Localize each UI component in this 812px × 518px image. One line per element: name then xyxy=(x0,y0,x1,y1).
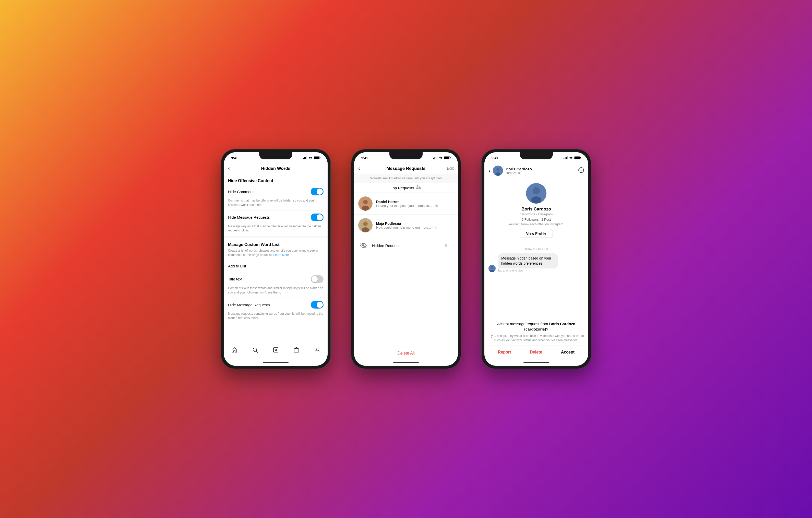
wifi-icon-2 xyxy=(439,156,443,160)
add-to-list-label: Add to List xyxy=(228,264,246,268)
time-2: 9:41 xyxy=(361,156,368,160)
hide-comments-desc: Comments that may be offensive will be h… xyxy=(224,198,328,210)
svg-point-28 xyxy=(363,200,368,204)
svg-point-26 xyxy=(418,188,419,189)
boris-avatar-small xyxy=(493,166,503,176)
back-button-2[interactable]: ‹ xyxy=(358,165,360,172)
svg-rect-15 xyxy=(435,157,435,160)
avatar-maja xyxy=(358,218,373,232)
hidden-requests-row[interactable]: Hidden Requests 6 › xyxy=(354,236,458,255)
hidden-message-bubble[interactable]: Message hidden based on your hidden word… xyxy=(498,253,558,268)
maja-preview: Hey, could you help me to get more... · … xyxy=(376,226,454,229)
hidden-message-wrap: Message hidden based on your hidden word… xyxy=(489,253,584,272)
search-nav-icon[interactable] xyxy=(252,347,258,354)
svg-rect-35 xyxy=(563,158,564,160)
phone1: 9:41 ‹ Hidden Words Hide Offensive Conte… xyxy=(221,149,331,369)
svg-rect-3 xyxy=(307,156,308,160)
notice-bar: Requests aren't marked as seen until you… xyxy=(354,174,458,183)
hidden-words-scroll: Hide Offensive Content Hide Comments Com… xyxy=(224,174,328,344)
battery-icon-3 xyxy=(574,156,581,160)
sender-avatar-msg xyxy=(489,265,496,272)
view-profile-button[interactable]: View Profile xyxy=(520,229,553,238)
edit-button[interactable]: Edit xyxy=(446,166,454,171)
hidden-requests-label: Hidden Requests xyxy=(372,243,441,248)
svg-point-13 xyxy=(316,348,318,350)
daniel-time: · 2h xyxy=(433,204,438,208)
section-divider xyxy=(224,236,328,238)
svg-rect-40 xyxy=(575,157,580,159)
phone2: 9:41 ‹ Message Requests Edit Requests ar… xyxy=(351,149,461,369)
notch-3 xyxy=(520,152,553,160)
status-bar-2: 9:41 xyxy=(354,152,458,164)
back-button-1[interactable]: ‹ xyxy=(228,165,230,172)
wifi-icon-3 xyxy=(569,156,573,160)
maja-name: Maja Podlesna xyxy=(376,222,454,226)
phone3: 9:41 ‹ Boris Cardozo xyxy=(481,149,591,369)
shop-nav-icon[interactable] xyxy=(293,347,299,354)
accept-title: Accept message request from Boris Cardoz… xyxy=(489,321,584,332)
hidden-message-text: Message hidden based on your hidden word… xyxy=(501,256,555,266)
request-maja[interactable]: Maja Podlesna Hey, could you help me to … xyxy=(354,214,458,236)
svg-rect-14 xyxy=(433,158,434,160)
bottom-nav-1 xyxy=(224,344,328,359)
accept-button[interactable]: Accept xyxy=(557,349,579,355)
title-text-row: Title text xyxy=(224,272,328,286)
daniel-avatar-img xyxy=(358,196,373,211)
title-text-desc: Comments with these words and similar mi… xyxy=(224,286,328,298)
info-icon[interactable] xyxy=(578,167,584,174)
request-daniel[interactable]: Daniel Herron I loved your last post! yo… xyxy=(354,193,458,214)
section2-header: Manage Custom Word List xyxy=(224,238,328,249)
hide-comments-toggle[interactable] xyxy=(311,188,323,195)
hidden-message-content: Message hidden based on your hidden word… xyxy=(498,253,584,272)
filter-bar[interactable]: Top Requests xyxy=(354,183,458,193)
svg-point-31 xyxy=(363,222,368,226)
hide-msg-req2-toggle[interactable] xyxy=(311,301,323,309)
svg-point-25 xyxy=(419,187,420,188)
accept-desc: If you accept, they will also be able to… xyxy=(489,334,584,343)
learn-more-link[interactable]: Learn More xyxy=(273,253,289,257)
profile-nav-icon[interactable] xyxy=(314,347,320,354)
page-title-2: Message Requests xyxy=(386,166,426,171)
chat-username: Boris Cardozo xyxy=(505,167,576,171)
svg-point-24 xyxy=(417,185,418,186)
report-button[interactable]: Report xyxy=(494,349,515,355)
svg-point-47 xyxy=(581,169,581,169)
title-text-toggle[interactable] xyxy=(311,275,323,283)
status-bar-1: 9:41 xyxy=(224,152,328,164)
chat-messages: Today at 11:55 AM Message hidden based o… xyxy=(484,243,588,317)
back-button-3[interactable]: ‹ xyxy=(489,167,490,174)
delete-all-button[interactable]: Delete All xyxy=(354,347,458,359)
daniel-info: Daniel Herron I loved your last post! yo… xyxy=(376,200,454,208)
hide-msg-req-toggle[interactable] xyxy=(311,213,323,221)
svg-rect-41 xyxy=(580,157,581,159)
hide-msg-req2-row: Hide Message Requests xyxy=(224,298,328,312)
add-to-list-row[interactable]: Add to List › xyxy=(224,260,328,272)
svg-rect-36 xyxy=(565,157,566,160)
home-nav-icon[interactable] xyxy=(231,347,237,354)
requests-scroll: Daniel Herron I loved your last post! yo… xyxy=(354,193,458,347)
reels-nav-icon[interactable] xyxy=(273,347,279,354)
daniel-name: Daniel Herron xyxy=(376,200,454,204)
delete-button[interactable]: Delete xyxy=(526,349,546,355)
avatar-daniel xyxy=(358,196,373,211)
page-title-1: Hidden Words xyxy=(261,166,291,171)
battery-icon-2 xyxy=(444,156,451,160)
custom-word-desc: Create a list of words, phrases and emoj… xyxy=(224,249,328,260)
home-indicator-1 xyxy=(224,359,328,366)
home-indicator-3 xyxy=(484,359,588,366)
profile-name: Boris Cardozo xyxy=(521,207,551,212)
hide-msg-req-label: Hide Message Requests xyxy=(228,215,270,220)
signal-icon-1 xyxy=(303,156,307,160)
svg-point-43 xyxy=(496,168,499,171)
svg-line-34 xyxy=(360,243,366,248)
svg-rect-5 xyxy=(314,157,319,159)
svg-rect-37 xyxy=(566,157,567,160)
msg-requests-header: ‹ Message Requests Edit xyxy=(354,164,458,174)
accept-actions: Report Delete Accept xyxy=(489,346,584,355)
svg-point-29 xyxy=(362,206,369,211)
signal-icon-2 xyxy=(433,156,437,160)
tap-hold-label: Tap and hold to view xyxy=(498,269,584,272)
status-bar-3: 9:41 xyxy=(484,152,588,164)
svg-rect-6 xyxy=(320,157,320,159)
hide-msg-req2-label: Hide Message Requests xyxy=(228,303,270,307)
